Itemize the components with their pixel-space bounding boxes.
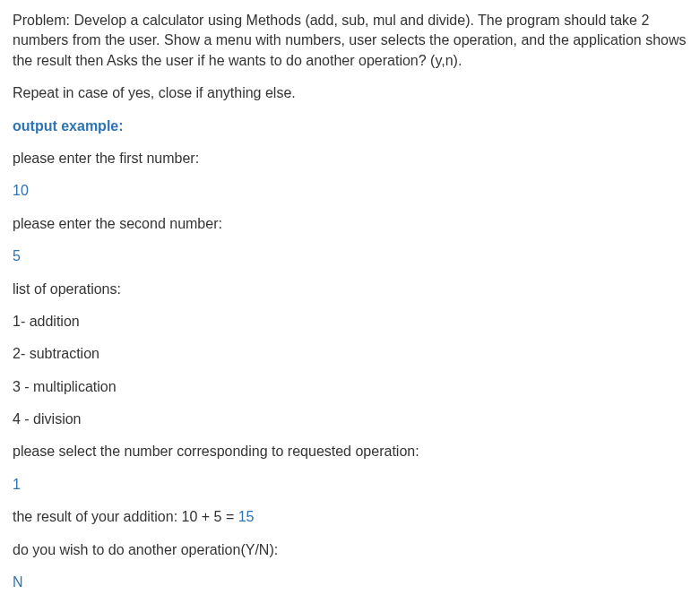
result-prefix: the result of your addition: 10 + 5 = — [13, 509, 238, 524]
operation-item-4: 4 - division — [13, 409, 687, 429]
input-operation-choice: 1 — [13, 475, 687, 495]
output-example-label: output example: — [13, 116, 687, 136]
result-value: 15 — [238, 509, 255, 524]
operation-item-1: 1- addition — [13, 312, 687, 332]
operation-item-3: 3 - multiplication — [13, 377, 687, 397]
operation-item-2: 2- subtraction — [13, 344, 687, 364]
prompt-do-another: do you wish to do another operation(Y/N)… — [13, 540, 687, 560]
input-first-number: 10 — [13, 181, 687, 201]
operations-header: list of operations: — [13, 280, 687, 299]
prompt-select-operation: please select the number corresponding t… — [13, 442, 687, 461]
prompt-first-number: please enter the first number: — [13, 149, 687, 168]
input-second-number: 5 — [13, 246, 687, 266]
input-continue-choice: N — [13, 573, 687, 592]
result-line: the result of your addition: 10 + 5 = 15 — [13, 507, 687, 527]
repeat-note: Repeat in case of yes, close if anything… — [13, 83, 687, 103]
prompt-second-number: please enter the second number: — [13, 214, 687, 234]
problem-description: Problem: Develop a calculator using Meth… — [13, 11, 687, 71]
